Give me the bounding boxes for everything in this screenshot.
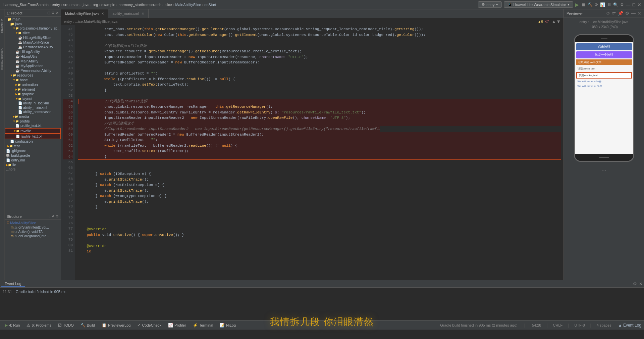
screen-btn2[interactable]: 这是一个按钮 xyxy=(576,51,632,58)
tab-mainabilityslice[interactable]: MainAbilitySlice.java ✕ xyxy=(61,9,108,18)
error-count[interactable]: ✕7 xyxy=(544,20,549,23)
minimize-btn[interactable]: — xyxy=(626,2,631,7)
tree-item-media[interactable]: ▶📁media xyxy=(5,114,61,119)
tab-xml-close-icon[interactable]: ✕ xyxy=(142,12,144,15)
previewer-pin-icon[interactable]: 📌 xyxy=(618,11,623,16)
device-selector-btn[interactable]: 📱 Huawei Lite Wearable Simulator ▾ xyxy=(504,1,573,8)
tab-close-icon[interactable]: ✕ xyxy=(101,12,104,15)
scroll-up-icon[interactable]: ▲ xyxy=(551,19,556,24)
sync-btn[interactable]: ⟳ xyxy=(595,2,598,7)
tree-item-ability-hilog-xml[interactable]: 📄ability_hi_log.xml xyxy=(5,101,61,105)
run-config-btn[interactable]: ⚙ entry ▾ xyxy=(478,1,501,8)
code-editor[interactable]: text_ohos.setText(this.getResourceManage… xyxy=(75,25,564,280)
sidebar-close-icon[interactable]: ✕ xyxy=(56,11,59,15)
toolbar-problems-btn[interactable]: ⚠ 6: Problems xyxy=(24,322,53,328)
screen-input-rawfile[interactable]: 我是rawfile_text xyxy=(576,72,632,79)
tree-item-graphic[interactable]: ▶📁graphic xyxy=(5,92,61,96)
tree-item-nore[interactable]: ...nore xyxy=(5,167,61,172)
tree-item-permreason[interactable]: ☕PermreasonAbility xyxy=(5,45,61,49)
tree-item-myapplication[interactable]: ☕MyApplication xyxy=(5,63,61,68)
tree-item[interactable]: 📁main xyxy=(5,17,61,21)
device-manager-btn[interactable]: 🖥 xyxy=(607,2,611,7)
charset-indicator[interactable]: UTF-8 xyxy=(574,323,585,327)
settings-btn[interactable]: ⚙ xyxy=(620,2,624,7)
profile-btn[interactable]: 📊 xyxy=(600,2,605,7)
project-name[interactable]: Harmony_StartFromScratch xyxy=(3,3,49,7)
sort-alpha-icon[interactable]: A xyxy=(52,214,54,219)
terminal-label: Terminal xyxy=(199,323,213,327)
tree-item-gitignore[interactable]: 📄.gitignore xyxy=(5,148,61,153)
scroll-down-icon[interactable]: ▼ xyxy=(556,19,561,24)
toolbar-codecheck-btn[interactable]: ✓ CodeCheck xyxy=(135,322,163,328)
tree-item-hilogutils[interactable]: ☕HiLogUtils xyxy=(5,54,61,59)
previewer-settings-icon[interactable]: ⚙ xyxy=(625,11,629,16)
structure-method-onforeground: ⚠ onForeground(Inte... xyxy=(14,234,49,238)
code-line-78: public void onActive() { super.onActive(… xyxy=(78,232,561,238)
tree-item-element[interactable]: ▶📁element xyxy=(5,87,61,92)
build-btn[interactable]: 🔨 xyxy=(588,2,593,7)
bottom-settings-icon[interactable]: ⚙ xyxy=(633,281,637,286)
structure-settings-icon[interactable]: ⚙ xyxy=(55,214,59,219)
toolbar-hilog-btn[interactable]: 📝 HiLog xyxy=(218,322,238,328)
screen-btn1[interactable]: 点击按钮 xyxy=(576,43,632,50)
structure-item-onstart[interactable]: m ⚠ onStart(Intent): voi... xyxy=(5,225,60,230)
tree-item-profile[interactable]: ▼📁profile xyxy=(5,119,61,124)
tree-item-resources[interactable]: ▼📁resources xyxy=(5,73,61,78)
tree-item-mainability[interactable]: ☕MainAbility xyxy=(5,59,61,63)
tree-item-ability-perm-xml[interactable]: 📄ability_permreason... xyxy=(5,110,61,114)
bottom-tab-eventlog[interactable]: Event Log xyxy=(1,281,25,287)
bottom-close-icon[interactable]: ✕ xyxy=(639,281,643,286)
tree-item-permreasion[interactable]: ☕PermreasionAbility xyxy=(5,68,61,73)
tree-item-layout[interactable]: ▼📁layout xyxy=(5,96,61,101)
previewer-orient-icon[interactable]: ⇄ xyxy=(612,11,616,16)
sort-icon[interactable]: ↕ xyxy=(49,214,51,219)
previewer-minimize-icon[interactable]: — xyxy=(631,11,636,16)
tree-item-mainabilityslice[interactable]: ☕MainAbilitySlice xyxy=(5,40,61,45)
toolbar-build-btn[interactable]: 🔨 Build xyxy=(78,322,97,328)
tree-item[interactable]: 📁java xyxy=(5,21,61,26)
tree-item-build-gradle[interactable]: 🐘build.gradle xyxy=(5,153,61,158)
warning-count[interactable]: ▲6 xyxy=(538,20,543,23)
code-line-47: BufferedReader bufferedReader = new Buff… xyxy=(78,60,561,65)
sidebar-collapse-all-icon[interactable]: ⊟ xyxy=(47,11,50,15)
ohosbuild-tab[interactable]: OhoBuild Variants xyxy=(0,46,4,72)
favorites-tab[interactable]: 2: Favorites xyxy=(0,16,4,36)
previewer-more-btn[interactable]: ··· xyxy=(601,167,606,174)
tree-item-hilogability[interactable]: ☕HiLogAbility xyxy=(5,49,61,54)
line-ending[interactable]: CRLF xyxy=(553,323,563,327)
code-line-75 xyxy=(78,215,561,221)
toolbar-previewerlog-btn[interactable]: 📋 PreviewerLog xyxy=(100,322,132,328)
structure-item-onforeground[interactable]: m ⚠ onForeground(Inte... xyxy=(5,234,60,238)
event-log-status-tab[interactable]: ▲ Event Log xyxy=(618,323,641,328)
spaces-indicator[interactable]: 4 spaces xyxy=(597,323,611,327)
maximize-btn[interactable]: □ xyxy=(633,2,635,7)
tree-item[interactable]: ▼📁org.example.harmony_st... xyxy=(5,26,61,31)
previewer-close-icon[interactable]: ✕ xyxy=(638,11,641,16)
tree-item-ability-main-xml[interactable]: 📄ability_main.xml xyxy=(5,105,61,110)
tree-item-lle[interactable]: ▶📁lle xyxy=(5,162,61,167)
tree-item-animation[interactable]: ▶📁animation xyxy=(5,82,61,87)
toolbar-terminal-btn[interactable]: ⚡ Terminal xyxy=(191,322,215,328)
codecheck-icon: ✓ xyxy=(137,323,141,328)
tree-item-rawfile[interactable]: ▼📁rawfile xyxy=(5,128,61,134)
structure-item-onactive[interactable]: m onActive(): void TAI xyxy=(5,230,60,234)
tree-item-hilogabilityslice[interactable]: ☕HiLogAbilitySlice xyxy=(5,35,61,40)
tree-item-profile-txt[interactable]: 📄profile_text.txt xyxy=(5,124,61,128)
tree-item-rawfile-txt[interactable]: 📄rawfile_text.txt xyxy=(5,134,61,139)
previewer-refresh-icon[interactable]: ⟳ xyxy=(606,11,610,16)
tree-item-config-json[interactable]: 📄config.json xyxy=(5,139,61,144)
toolbar-profiler-btn[interactable]: 📈 Profiler xyxy=(166,322,188,328)
search-btn[interactable]: 🔍 xyxy=(613,2,618,7)
sidebar-settings-icon[interactable]: ⚙ xyxy=(51,11,55,15)
structure-item-class[interactable]: C MainAbilitySlice xyxy=(5,221,60,225)
tab-ability-main-xml[interactable]: ability_main.xml ✕ xyxy=(108,9,148,18)
close-btn[interactable]: ✕ xyxy=(637,2,641,7)
tree-item-entry-iml[interactable]: 📄entry.iml xyxy=(5,158,61,162)
toolbar-run-btn[interactable]: ▶ 4: Run xyxy=(3,322,22,328)
run-button[interactable]: ▶ xyxy=(575,2,579,7)
tree-item[interactable]: ▼📁slice xyxy=(5,31,61,35)
toolbar-todo-btn[interactable]: ☑ TODO xyxy=(56,322,76,328)
stop-button[interactable]: ⏹ xyxy=(581,2,586,7)
tree-item-test[interactable]: ▶📁test xyxy=(5,144,61,148)
tree-item-base[interactable]: ▼📁base xyxy=(5,78,61,82)
